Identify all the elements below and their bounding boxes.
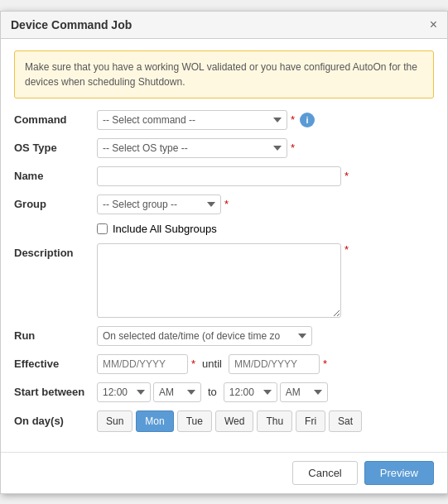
group-control-wrap: -- Select group -- * bbox=[97, 194, 434, 214]
alert-box: Make sure that you have a working WOL va… bbox=[14, 50, 434, 98]
dialog-device-command-job: Device Command Job × Make sure that you … bbox=[0, 11, 448, 494]
alert-message: Make sure that you have a working WOL va… bbox=[25, 61, 417, 88]
run-row: Run On selected date/time (of device tim… bbox=[14, 326, 434, 346]
effective-label: Effective bbox=[14, 358, 97, 370]
description-control-wrap: * bbox=[97, 243, 349, 318]
effective-end-required: * bbox=[323, 358, 327, 370]
subgroups-row: Include All Subgroups bbox=[14, 223, 434, 235]
command-control-wrap: -- Select command -- * i bbox=[97, 110, 434, 130]
run-select[interactable]: On selected date/time (of device time zo bbox=[97, 326, 312, 346]
name-label: Name bbox=[14, 170, 97, 182]
command-label: Command bbox=[14, 113, 97, 126]
startbetween-label: Start between bbox=[14, 386, 97, 398]
to-text: to bbox=[208, 386, 217, 398]
effective-control-wrap: * until * bbox=[97, 354, 434, 374]
start-time-select[interactable]: 12:00 bbox=[97, 382, 151, 402]
group-select[interactable]: -- Select group -- bbox=[97, 194, 221, 214]
dialog-footer: Cancel Preview bbox=[1, 452, 447, 493]
description-row: Description * bbox=[14, 243, 434, 318]
effective-row: Effective * until * bbox=[14, 354, 434, 374]
effective-end-date[interactable] bbox=[229, 354, 320, 374]
start-ampm-select[interactable]: AM bbox=[153, 382, 201, 402]
os-type-select[interactable]: -- Select OS type -- bbox=[97, 138, 287, 158]
command-required: * bbox=[291, 113, 295, 126]
day-button-tue[interactable]: Tue bbox=[177, 410, 212, 432]
os-type-required: * bbox=[291, 142, 295, 154]
effective-start-date[interactable] bbox=[97, 354, 188, 374]
startbetween-row: Start between 12:00 AM to 12:00 AM bbox=[14, 382, 434, 402]
effective-start-required: * bbox=[191, 358, 195, 370]
include-subgroups-checkbox[interactable] bbox=[97, 223, 108, 234]
os-type-row: OS Type -- Select OS type -- * bbox=[14, 138, 434, 158]
day-button-fri[interactable]: Fri bbox=[296, 410, 325, 432]
info-icon[interactable]: i bbox=[300, 113, 315, 127]
day-button-sun[interactable]: Sun bbox=[97, 410, 132, 432]
dialog-titlebar: Device Command Job × bbox=[1, 12, 447, 39]
day-button-wed[interactable]: Wed bbox=[215, 410, 253, 432]
startbetween-control-wrap: 12:00 AM to 12:00 AM bbox=[97, 382, 434, 402]
name-control-wrap: * bbox=[97, 166, 434, 186]
day-button-sat[interactable]: Sat bbox=[329, 410, 362, 432]
os-type-label: OS Type bbox=[14, 142, 97, 154]
command-select[interactable]: -- Select command -- bbox=[97, 110, 287, 130]
end-time-select[interactable]: 12:00 bbox=[224, 382, 277, 402]
days-control-wrap: SunMonTueWedThuFriSat bbox=[97, 410, 434, 432]
description-textarea[interactable] bbox=[97, 243, 341, 318]
group-label: Group bbox=[14, 198, 97, 210]
dialog-title: Device Command Job bbox=[11, 18, 132, 31]
day-button-thu[interactable]: Thu bbox=[257, 410, 292, 432]
run-label: Run bbox=[14, 329, 97, 342]
name-row: Name * bbox=[14, 166, 434, 186]
include-subgroups-label[interactable]: Include All Subgroups bbox=[113, 223, 217, 235]
end-ampm-select[interactable]: AM bbox=[280, 382, 328, 402]
until-text: until bbox=[202, 358, 222, 370]
group-required: * bbox=[224, 198, 229, 210]
days-row: On day(s) SunMonTueWedThuFriSat bbox=[14, 410, 434, 432]
dialog-body: Make sure that you have a working WOL va… bbox=[1, 39, 447, 452]
close-button[interactable]: × bbox=[430, 18, 437, 31]
command-row: Command -- Select command -- * i bbox=[14, 110, 434, 130]
os-type-control-wrap: -- Select OS type -- * bbox=[97, 138, 434, 158]
name-input[interactable] bbox=[97, 166, 341, 186]
day-button-mon[interactable]: Mon bbox=[136, 410, 173, 432]
group-row: Group -- Select group -- * bbox=[14, 194, 434, 214]
name-required: * bbox=[344, 170, 349, 182]
ondays-label: On day(s) bbox=[14, 415, 97, 427]
preview-button[interactable]: Preview bbox=[364, 461, 434, 485]
cancel-button[interactable]: Cancel bbox=[292, 461, 357, 485]
run-control-wrap: On selected date/time (of device time zo bbox=[97, 326, 434, 346]
description-required: * bbox=[344, 243, 349, 256]
description-label: Description bbox=[14, 243, 97, 259]
